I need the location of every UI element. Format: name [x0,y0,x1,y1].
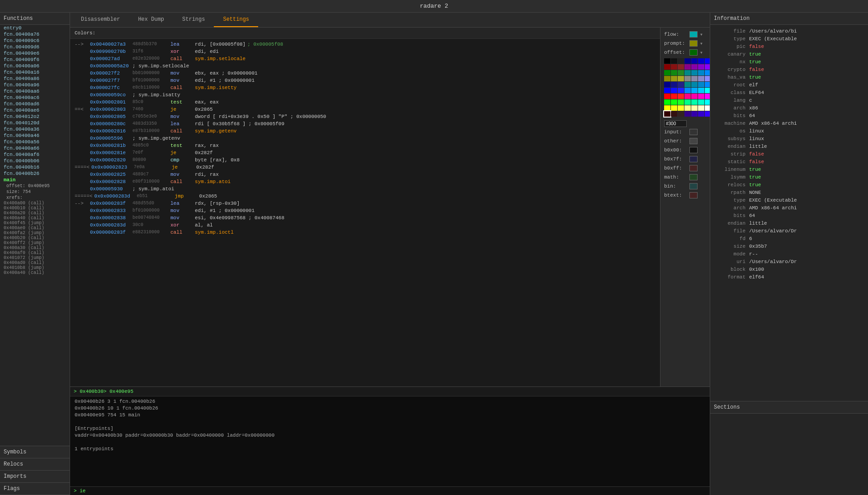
relocs-header[interactable]: Relocs [0,458,70,471]
functions-header[interactable]: Functions [0,13,70,25]
color-cell[interactable] [678,64,684,70]
asm-line[interactable]: 0x0x00002805c7055e3e0movdword [ rdi+0x3e… [75,113,705,120]
input-swatch[interactable] [689,129,698,135]
color-cell[interactable] [705,64,710,70]
function-item[interactable]: entry0 [0,25,70,31]
function-item[interactable]: fcn.004009d6 [0,44,70,50]
function-item[interactable]: fcn.00400a66 [0,145,70,151]
function-item[interactable]: fcn.00400a16 [0,69,70,75]
function-item[interactable]: fcn.0040120d [0,120,70,126]
color-cell[interactable] [684,99,691,105]
function-item[interactable]: fcn.00400ad6 [0,101,70,107]
terminal-input[interactable] [74,488,706,494]
function-item[interactable]: main [0,177,70,183]
color-cell[interactable] [664,111,670,117]
hex-color-input[interactable] [664,120,687,127]
math-swatch[interactable] [689,174,698,180]
prompt-swatch[interactable] [689,40,698,47]
xref-item[interactable]: 0x400a30 (call) [0,245,70,250]
color-cell[interactable] [671,58,677,64]
color-cell[interactable] [684,58,691,64]
color-cell[interactable] [664,105,670,111]
color-cell[interactable] [678,82,684,87]
color-grid[interactable] [664,58,706,117]
asm-line[interactable]: -->0x00400027a3488d5b370leardi, [0x00005… [75,41,705,48]
color-cell[interactable] [691,88,698,93]
tab-disassembler[interactable]: Disassembler [72,13,129,27]
color-cell[interactable] [684,82,691,87]
color-cell[interactable] [691,99,698,105]
color-cell[interactable] [684,105,691,111]
color-cell[interactable] [691,64,698,70]
asm-line[interactable]: 0x000000280c4883d3350leardi [ 0x30b5f68 … [75,120,705,127]
color-cell[interactable] [691,70,698,75]
asm-line[interactable]: 0x0x00002833bf01000000movedi, #1 ; 0x000… [75,207,705,214]
function-item[interactable]: fcn.004012o2 [0,113,70,120]
asm-line[interactable]: -->0x0x0000283f488d55d0leardx, [rsp-0x30… [75,200,705,207]
color-cell[interactable] [678,76,684,81]
color-cell[interactable] [691,58,698,64]
color-cell[interactable] [678,58,684,64]
flow-swatch-arrow[interactable]: ▼ [700,31,704,38]
color-cell[interactable] [698,111,704,117]
color-cell[interactable] [684,88,691,93]
color-cell[interactable] [671,76,677,81]
color-cell[interactable] [691,111,698,117]
function-item[interactable]: fcn.00400b16 [0,164,70,170]
disasm-content[interactable]: -->0x00400027a3488d5b370leardi, [0x00005… [70,39,710,385]
color-cell[interactable] [664,94,670,99]
color-cell[interactable] [698,82,704,87]
xref-item[interactable]: 0x400b20 (call) [0,236,70,240]
function-item[interactable]: fcn.00400a96 [0,82,70,88]
asm-line[interactable]: 0x0x0000281b4885c0testrax, rax [75,142,705,149]
xref-item[interactable]: 0x400b10 (call) [0,206,70,211]
color-cell[interactable] [678,88,684,93]
offset-swatch-arrow[interactable]: ▼ [700,49,704,56]
b0xff-swatch[interactable] [689,165,698,171]
asm-line[interactable]: 0x00000059co; sym.imp.isatty [75,91,705,99]
asm-line[interactable]: 0x00000005a20; sym.imp.setlocale [75,62,705,70]
asm-line[interactable]: 0x000000283fe882310000callsym.imp.ioctl [75,229,705,236]
color-cell[interactable] [671,111,677,117]
color-cell[interactable] [684,64,691,70]
tab-strings[interactable]: Strings [173,13,214,27]
imports-header[interactable]: Imports [0,471,70,483]
asm-line[interactable]: 0x0x00002816e87b310000callsym.imp.getenv [75,127,705,135]
color-cell[interactable] [705,88,710,93]
color-cell[interactable] [705,58,710,64]
color-cell[interactable] [705,105,710,111]
color-cell[interactable] [698,76,704,81]
color-cell[interactable] [671,70,677,75]
asm-line[interactable]: ====<0x0x000028237e0aje0x282f [75,164,705,171]
function-item[interactable]: fcn.00400af6 [0,151,70,158]
xref-item[interactable]: 0x400a40 (call) [0,270,70,275]
asm-line[interactable]: 0x000005930; sym.imp.atoi [75,185,705,193]
function-item[interactable]: fcn.00400a76 [0,31,70,38]
color-cell[interactable] [678,70,684,75]
function-item[interactable]: fcn.00400ae6 [0,107,70,113]
xref-item[interactable]: 0x400f45 (jump) [0,221,70,226]
tab-hexdump[interactable]: Hex Dump [129,13,173,27]
asm-line[interactable]: 0x000027fce8cb110000callsym.imp.isetty [75,84,705,91]
xref-item[interactable]: 0x400ad0 (call) [0,260,70,265]
function-item[interactable]: fcn.00400a06 [0,63,70,69]
asm-line[interactable]: 0x000027f2bb01000000movebx, eax ; 0x0000… [75,70,705,77]
color-cell[interactable] [684,76,691,81]
color-cell[interactable] [705,99,710,105]
color-cell[interactable] [684,70,691,75]
xref-item[interactable]: 0x401072 (jump) [0,255,70,260]
xref-item[interactable]: 0x400a20 (call) [0,211,70,216]
color-cell[interactable] [698,105,704,111]
asm-line[interactable]: 0x0x0000283d30c0xoral, al [75,222,705,229]
prompt-swatch-arrow[interactable]: ▼ [700,40,704,47]
asm-line[interactable]: 0x000027ade82e320000callsym.imp.setlocal… [75,55,705,62]
function-item[interactable]: fcn.00400a56 [0,139,70,145]
asm-line[interactable]: 0x0x0000281e7e0fje0x282f [75,149,705,156]
color-cell[interactable] [678,105,684,111]
color-cell[interactable] [698,88,704,93]
color-cell[interactable] [678,99,684,105]
bin-swatch[interactable] [689,183,698,189]
color-cell[interactable] [691,105,698,111]
color-cell[interactable] [671,99,677,105]
xref-item[interactable]: 0x400ff2 (jump) [0,240,70,245]
